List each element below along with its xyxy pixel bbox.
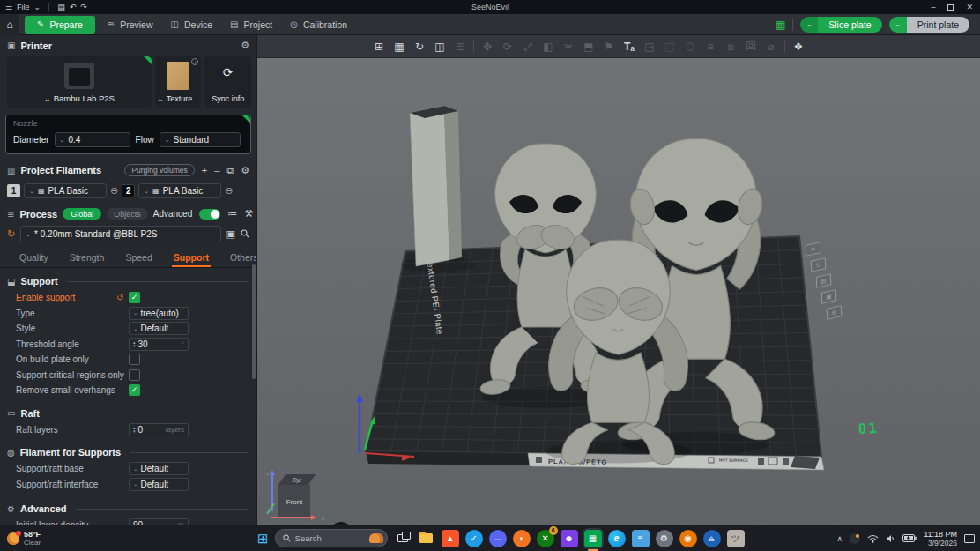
task-view-button[interactable] bbox=[394, 530, 412, 547]
filament-settings-gear-icon[interactable]: ⚙ bbox=[241, 165, 249, 176]
enable-support-checkbox[interactable] bbox=[129, 292, 140, 303]
cut-tool-icon[interactable]: ✂ bbox=[561, 41, 575, 53]
brave-browser-button[interactable]: ▲ bbox=[442, 530, 459, 547]
flow-dropdown[interactable]: ⌄ Standard bbox=[160, 132, 241, 147]
print-options-chevron-icon[interactable]: ⌄ bbox=[889, 17, 907, 33]
svg-tool-icon[interactable]: ◳ bbox=[642, 41, 657, 53]
notepad-button[interactable]: ≡ bbox=[632, 530, 650, 547]
save-preset-icon[interactable]: ▣ bbox=[226, 228, 235, 240]
paint-app-button[interactable]: 🜁 bbox=[703, 530, 721, 547]
wifi-icon[interactable] bbox=[867, 534, 879, 543]
search-highlight-cat-image[interactable] bbox=[369, 533, 383, 543]
file-explorer-button[interactable] bbox=[418, 530, 435, 547]
text-tool-icon[interactable]: Tₐ bbox=[622, 41, 636, 53]
filament1-index[interactable]: 1 bbox=[7, 184, 20, 197]
process-objects-tab[interactable]: Objects bbox=[107, 208, 148, 220]
tab-preview[interactable]: ≋ Preview bbox=[99, 16, 162, 34]
sidebar-scrollbar[interactable] bbox=[252, 264, 256, 379]
support-raft-base-dropdown[interactable]: ⌄ Default bbox=[129, 462, 189, 475]
restore-button[interactable] bbox=[947, 4, 954, 11]
printer-settings-gear-icon[interactable]: ⚙ bbox=[241, 40, 249, 51]
support-style-dropdown[interactable]: ⌄ Default bbox=[129, 322, 189, 335]
spinner-arrows-icon[interactable]: ▴▾ bbox=[133, 426, 136, 433]
measure-tool-icon[interactable]: ⌀ bbox=[764, 41, 778, 53]
filament1-edit-icon[interactable]: ⊖ bbox=[110, 185, 118, 197]
sync-info-card[interactable]: ⟳ Sync info bbox=[204, 56, 251, 108]
rotate-tool-icon[interactable]: ⟳ bbox=[501, 41, 515, 53]
remove-overhangs-checkbox[interactable] bbox=[129, 384, 140, 396]
printer-model-card[interactable]: ⌄Bambu Lab P2S bbox=[7, 56, 152, 108]
plate-list-icon[interactable]: ▦ bbox=[776, 19, 785, 31]
filament2-edit-icon[interactable]: ⊖ bbox=[225, 185, 233, 197]
hamburger-menu-icon[interactable]: ☰ bbox=[5, 3, 12, 11]
lay-flat-icon[interactable]: ◧ bbox=[541, 41, 555, 53]
build-scene-svg[interactable]: Bambu Textured PEI Plate PLA/ABS/PETG HO… bbox=[257, 58, 980, 525]
plate-handle[interactable] bbox=[791, 456, 820, 469]
bambu-studio-button[interactable]: ▦ bbox=[584, 530, 602, 547]
home-button[interactable]: ⌂ bbox=[0, 14, 19, 35]
info-icon[interactable]: i bbox=[191, 58, 198, 65]
tab-project[interactable]: ▤ Project bbox=[221, 16, 281, 34]
filament1-dropdown[interactable]: ⌄ ▦ PLA Basic bbox=[24, 183, 107, 198]
slice-options-chevron-icon[interactable]: ⌄ bbox=[800, 17, 818, 33]
spinner-arrows-icon[interactable]: ▴▾ bbox=[133, 340, 136, 347]
nav-face-top[interactable]: Top bbox=[278, 474, 316, 485]
support-type-dropdown[interactable]: ⌄ tree(auto) bbox=[129, 307, 189, 320]
print-plate-button[interactable]: ⌄ Print plate bbox=[889, 17, 969, 33]
auto-orient-icon[interactable]: ↻ bbox=[412, 41, 427, 53]
seam-tool-icon[interactable]: ⚑ bbox=[602, 41, 616, 53]
xbox-button[interactable]: ✕6 bbox=[537, 530, 554, 547]
negative-part-icon[interactable]: 回 bbox=[744, 39, 758, 54]
battery-charging-icon[interactable] bbox=[902, 534, 917, 542]
assembly-view-icon[interactable]: ❖ bbox=[791, 41, 806, 53]
crunchyroll-button[interactable]: ◗ bbox=[513, 530, 531, 547]
threshold-angle-spinner[interactable]: ▴▾ 30 ° bbox=[129, 338, 189, 351]
edge-browser-button[interactable]: e bbox=[608, 530, 626, 547]
weather-widget[interactable]: 58°F Clear bbox=[7, 530, 41, 547]
tab-quality[interactable]: Quality bbox=[9, 249, 59, 267]
build-plate-only-checkbox[interactable] bbox=[129, 354, 140, 365]
modifier-icon[interactable]: ⧈ bbox=[724, 41, 738, 53]
onedrive-icon[interactable] bbox=[850, 533, 860, 544]
scene-3d[interactable]: Bambu Textured PEI Plate PLA/ABS/PETG HO… bbox=[257, 58, 980, 525]
raft-layers-spinner[interactable]: ▴▾ 0 layers bbox=[129, 423, 189, 436]
ams-sync-icon[interactable]: ⧉ bbox=[226, 165, 234, 176]
nozzle-diameter-dropdown[interactable]: ⌄ 0.4 bbox=[55, 132, 130, 147]
advanced-toggle[interactable] bbox=[199, 209, 220, 220]
groupme-button[interactable]: ☻ bbox=[561, 530, 578, 547]
discord-button[interactable]: ⌣ bbox=[489, 530, 507, 547]
process-global-tab[interactable]: Global bbox=[63, 208, 101, 220]
add-filament-icon[interactable]: + bbox=[202, 165, 207, 175]
gimp-button[interactable]: ツ bbox=[727, 530, 745, 547]
notification-center-icon[interactable] bbox=[964, 534, 975, 543]
support-raft-interface-dropdown[interactable]: ⌄ Default bbox=[129, 478, 189, 491]
reset-value-icon[interactable]: ↺ bbox=[116, 293, 125, 302]
add-plate-icon[interactable]: ▦ bbox=[392, 41, 406, 53]
variable-layer-icon[interactable]: ≡ bbox=[703, 41, 717, 53]
tab-support[interactable]: Support bbox=[163, 249, 219, 267]
tab-prepare[interactable]: ✎ Prepare bbox=[25, 16, 95, 34]
tab-device[interactable]: ◫ Device bbox=[162, 16, 222, 34]
initial-layer-density-input[interactable]: 90 % bbox=[129, 518, 189, 525]
process-preset-dropdown[interactable]: ⌄ * 0.20mm Standard @BBL P2S bbox=[20, 226, 220, 242]
volume-icon[interactable] bbox=[886, 534, 895, 543]
mesh-boolean-icon[interactable]: ⬚ bbox=[663, 41, 677, 53]
taskbar-clock[interactable]: 11:18 PM 3/9/2026 bbox=[924, 530, 957, 547]
tab-strength[interactable]: Strength bbox=[59, 249, 115, 267]
nav-face-front[interactable]: Front bbox=[278, 485, 310, 518]
navigation-cube[interactable]: Top Front z x bbox=[277, 474, 314, 518]
filament2-dropdown[interactable]: ⌄ ▦ PLA Basic bbox=[138, 183, 221, 198]
search-settings-icon[interactable] bbox=[241, 229, 249, 240]
redo-icon[interactable]: ↷ bbox=[80, 3, 87, 11]
tray-overflow-chevron-icon[interactable]: ∧ bbox=[837, 534, 843, 543]
viewport-3d[interactable]: ⊞ ▦ ↻ ◫ ≣ ✥ ⟳ ⤢ ◧ ✂ ⬒ ⚑ Tₐ ◳ ⬚ ⬡ ≡ ⧈ 回 ⌀… bbox=[257, 35, 980, 525]
file-menu-chevron-icon[interactable]: ⌄ bbox=[34, 3, 41, 11]
scale-tool-icon[interactable]: ⤢ bbox=[521, 41, 535, 53]
minimize-button[interactable]: – bbox=[931, 3, 935, 11]
primitive-icon[interactable]: ⬡ bbox=[683, 41, 697, 53]
tab-calibration[interactable]: ◎ Calibration bbox=[281, 16, 356, 34]
compare-presets-icon[interactable]: ⚒ bbox=[244, 208, 253, 220]
model-monolith[interactable] bbox=[401, 106, 475, 272]
add-object-icon[interactable]: ⊞ bbox=[372, 41, 386, 53]
arrange-icon[interactable]: ◫ bbox=[433, 41, 447, 53]
